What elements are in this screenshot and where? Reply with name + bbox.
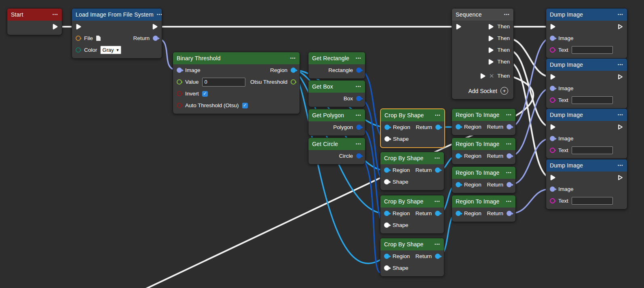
node-header[interactable]: Binary Threshold••• (173, 52, 300, 64)
socket-region[interactable] (291, 68, 296, 73)
node-binary-threshold[interactable]: Binary Threshold•••ImageRegionValueOtsu … (173, 52, 300, 114)
node-get-circle[interactable]: Get Circle•••Circle (308, 138, 365, 165)
menu-dots-icon[interactable]: ••• (356, 114, 361, 117)
add-socket-row[interactable]: Add Socket+ (452, 85, 513, 97)
socket-text[interactable] (550, 198, 555, 203)
exec-pin[interactable] (480, 73, 486, 79)
node-header[interactable]: Dump Image••• (546, 109, 627, 121)
menu-dots-icon[interactable]: ••• (618, 164, 623, 167)
socket-region[interactable] (456, 153, 461, 159)
exec-pin[interactable] (550, 74, 556, 80)
exec-pin[interactable] (456, 23, 462, 30)
node-header[interactable]: Sequence••• (452, 8, 513, 21)
node-dump-image-4[interactable]: Dump Image•••ImageText (546, 159, 627, 210)
node-header[interactable]: Crop By Shape••• (381, 109, 444, 121)
text-input[interactable] (572, 96, 613, 104)
socket-rectangle[interactable] (356, 68, 361, 73)
menu-dots-icon[interactable]: ••• (435, 243, 440, 246)
socket-image[interactable] (550, 136, 555, 141)
node-header[interactable]: Region To Image••• (452, 195, 515, 208)
node-header[interactable]: Crop By Shape••• (380, 238, 444, 250)
socket-invert[interactable] (177, 91, 182, 96)
socket-return[interactable] (507, 124, 512, 129)
socket-return[interactable] (435, 167, 440, 173)
node-graph-canvas[interactable]: Start•••Load Image From File System•••Fi… (0, 0, 644, 288)
exec-pin[interactable] (488, 47, 494, 53)
add-socket-plus-icon[interactable]: + (500, 87, 508, 95)
node-header[interactable]: Dump Image••• (546, 8, 627, 21)
socket-shape[interactable] (384, 265, 389, 271)
socket-image[interactable] (550, 36, 555, 41)
node-header[interactable]: Region To Image••• (452, 167, 515, 179)
socket-file[interactable] (76, 36, 81, 41)
socket-region[interactable] (384, 125, 390, 130)
menu-dots-icon[interactable]: ••• (506, 142, 512, 146)
menu-dots-icon[interactable]: ••• (618, 63, 623, 67)
socket-region[interactable] (384, 254, 389, 259)
socket-return[interactable] (153, 36, 158, 41)
node-header[interactable]: Get Box••• (308, 80, 365, 93)
node-start[interactable]: Start••• (7, 8, 62, 35)
node-header[interactable]: Load Image From File System••• (72, 8, 162, 21)
node-load-image[interactable]: Load Image From File System•••FileReturn… (72, 8, 162, 59)
node-dump-image-1[interactable]: Dump Image•••ImageText (546, 8, 627, 59)
socket-region[interactable] (456, 124, 461, 129)
socket-return[interactable] (435, 211, 440, 216)
node-region-to-image-3[interactable]: Region To Image•••RegionReturn (452, 166, 516, 193)
exec-pin[interactable] (488, 23, 494, 30)
node-crop-by-shape-2[interactable]: Crop By Shape•••RegionReturnShape (380, 152, 444, 191)
invert-checkbox[interactable]: ✓ (202, 91, 208, 97)
menu-dots-icon[interactable]: ••• (435, 157, 440, 160)
text-input[interactable] (572, 146, 613, 154)
menu-dots-icon[interactable]: ••• (435, 200, 440, 203)
node-get-polygon[interactable]: Get Polygon•••Polygon (308, 109, 365, 136)
node-header[interactable]: Get Rectangle••• (308, 52, 365, 64)
socket-text[interactable] (550, 97, 555, 103)
socket-image[interactable] (550, 186, 555, 192)
node-header[interactable]: Get Circle••• (308, 138, 365, 150)
menu-dots-icon[interactable]: ••• (506, 171, 512, 175)
node-dump-image-3[interactable]: Dump Image•••ImageText (546, 108, 627, 159)
socket-text[interactable] (550, 148, 555, 153)
exec-pin[interactable] (550, 174, 556, 181)
node-header[interactable]: Crop By Shape••• (380, 195, 444, 208)
menu-dots-icon[interactable]: ••• (618, 13, 623, 17)
socket-shape[interactable] (384, 136, 390, 142)
socket-region[interactable] (384, 167, 389, 173)
node-header[interactable]: Crop By Shape••• (380, 152, 444, 164)
exec-pin[interactable] (617, 74, 623, 80)
socket-region[interactable] (384, 211, 389, 216)
node-header[interactable]: Start••• (7, 8, 62, 21)
exec-pin[interactable] (617, 174, 623, 181)
node-sequence[interactable]: Sequence•••ThenThenThenThen✕ThenAdd Sock… (452, 8, 514, 100)
node-dump-image-2[interactable]: Dump Image•••ImageText (546, 58, 627, 109)
socket-return[interactable] (507, 211, 512, 216)
exec-pin[interactable] (550, 23, 556, 30)
menu-dots-icon[interactable]: ••• (157, 13, 163, 17)
socket-return[interactable] (507, 153, 512, 159)
node-region-to-image-2[interactable]: Region To Image•••RegionReturn (452, 138, 516, 165)
exec-pin[interactable] (617, 124, 623, 130)
node-crop-by-shape-4[interactable]: Crop By Shape•••RegionReturnShape (380, 238, 444, 277)
socket-auto-threshold-otsu-[interactable] (177, 103, 182, 108)
exec-pin[interactable] (550, 124, 556, 130)
socket-return[interactable] (435, 125, 441, 130)
socket-otsu-threshold[interactable] (291, 79, 296, 85)
exec-pin[interactable] (488, 59, 494, 65)
menu-dots-icon[interactable]: ••• (290, 57, 296, 60)
socket-shape[interactable] (384, 179, 389, 184)
socket-color[interactable] (76, 47, 81, 53)
socket-return[interactable] (435, 254, 440, 259)
menu-dots-icon[interactable]: ••• (356, 142, 361, 146)
menu-dots-icon[interactable]: ••• (356, 57, 361, 60)
menu-dots-icon[interactable]: ••• (53, 13, 58, 17)
node-get-rectangle[interactable]: Get Rectangle•••Rectangle (308, 52, 365, 79)
node-region-to-image-1[interactable]: Region To Image•••RegionReturn (452, 108, 516, 136)
menu-dots-icon[interactable]: ••• (356, 85, 361, 89)
socket-text[interactable] (550, 47, 555, 53)
exec-pin[interactable] (617, 23, 623, 30)
node-header[interactable]: Region To Image••• (452, 109, 515, 121)
socket-circle[interactable] (356, 153, 361, 159)
text-input[interactable] (572, 197, 613, 205)
node-header[interactable]: Get Polygon••• (308, 109, 365, 121)
